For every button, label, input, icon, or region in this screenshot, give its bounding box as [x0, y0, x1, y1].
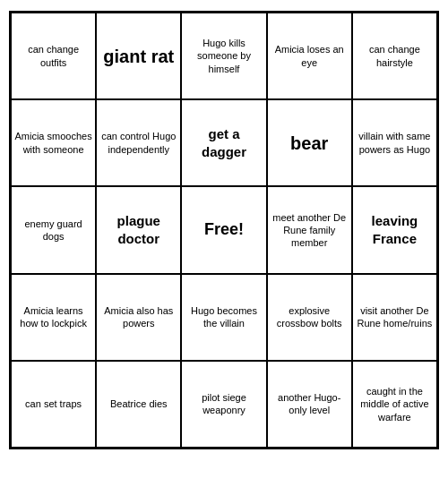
bingo-cell-19: visit another De Rune home/ruins: [352, 274, 437, 361]
bingo-cell-5: Amicia smooches with someone: [11, 99, 96, 186]
bingo-cell-21: Beatrice dies: [96, 361, 181, 448]
bingo-cell-0: can change outfits: [11, 13, 96, 99]
bingo-grid: can change outfitsgiant ratHugo kills so…: [9, 11, 439, 449]
bingo-cell-20: can set traps: [11, 361, 96, 448]
bingo-cell-6: can control Hugo independently: [96, 99, 181, 186]
bingo-cell-22: pilot siege weaponry: [181, 361, 266, 448]
bingo-cell-13: meet another De Rune family member: [267, 186, 352, 273]
bingo-cell-11: plague doctor: [96, 186, 181, 273]
bingo-cell-15: Amicia learns how to lockpick: [11, 274, 96, 361]
bingo-cell-10: enemy guard dogs: [11, 186, 96, 273]
bingo-cell-2: Hugo kills someone by himself: [181, 13, 266, 99]
bingo-cell-16: Amicia also has powers: [96, 274, 181, 361]
bingo-cell-12: Free!: [181, 186, 266, 273]
bingo-cell-24: caught in the middle of active warfare: [352, 361, 437, 448]
bingo-cell-18: explosive crossbow bolts: [267, 274, 352, 361]
bingo-cell-17: Hugo becomes the villain: [181, 274, 266, 361]
bingo-cell-14: leaving France: [352, 186, 437, 273]
bingo-cell-4: can change hairstyle: [352, 13, 437, 99]
bingo-cell-1: giant rat: [96, 13, 181, 99]
bingo-cell-3: Amicia loses an eye: [267, 13, 352, 99]
bingo-cell-7: get a dagger: [181, 99, 266, 186]
bingo-cell-8: bear: [267, 99, 352, 186]
bingo-cell-23: another Hugo-only level: [267, 361, 352, 448]
bingo-cell-9: villain with same powers as Hugo: [352, 99, 437, 186]
